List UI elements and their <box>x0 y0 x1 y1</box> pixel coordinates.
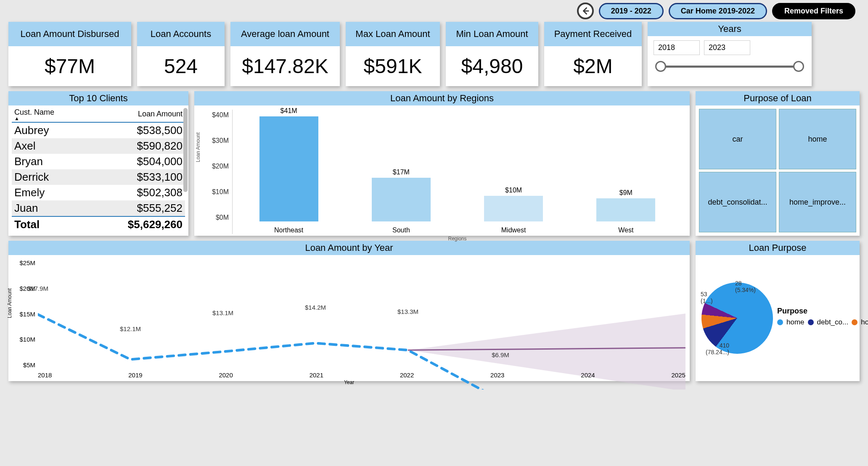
filter-pill-carhome[interactable]: Car Home 2019-2022 <box>669 3 767 19</box>
bar-column[interactable]: $41M <box>257 107 320 221</box>
legend-swatch <box>852 319 857 325</box>
bar-label: $41M <box>281 107 297 115</box>
y-axis-label: Loan Amount <box>195 132 201 162</box>
yearchart-panel: Loan Amount by Year Loan Amount $25M$20M… <box>8 241 690 381</box>
x-tick: West <box>594 226 657 234</box>
bar-label: $17M <box>393 168 410 176</box>
y-axis: $40M$30M$20M$10M$0M <box>202 110 232 234</box>
filter-pill-years[interactable]: 2019 - 2022 <box>599 3 664 19</box>
card-title: Max Loan Amount <box>346 22 440 46</box>
pie-label-debt: 53(1...) <box>701 291 713 304</box>
y-tick: $40M <box>202 111 229 119</box>
col-header-amount[interactable]: Loan Amount <box>86 107 185 122</box>
y-tick: $30M <box>202 137 229 145</box>
bar <box>484 196 543 221</box>
cell-name: Aubrey <box>12 122 86 138</box>
slider-knob-end[interactable] <box>793 61 804 72</box>
card-value: $2M <box>544 46 642 86</box>
x-tick: 2019 <box>128 371 142 379</box>
data-label: $13.3M <box>397 308 418 315</box>
purpose-panel: Purpose of Loan car home debt_consolidat… <box>696 91 860 236</box>
bar-column[interactable]: $10M <box>482 187 545 221</box>
data-label: $14.2M <box>305 303 326 311</box>
arrow-left-icon <box>581 6 590 16</box>
back-button[interactable] <box>577 3 594 19</box>
cell-name: Emely <box>12 185 86 200</box>
x-tick: 2023 <box>490 371 504 379</box>
year-to-input[interactable] <box>704 40 750 55</box>
x-tick: South <box>370 226 433 234</box>
y-axis-label: Loan Amount <box>7 288 13 318</box>
line-plot[interactable]: Loan Amount $25M$20M$15M$10M$5M $17.9M$1… <box>8 255 690 381</box>
card-title: Loan Amount Disbursed <box>8 22 131 46</box>
purpose-tile-debt[interactable]: debt_consolidat... <box>699 172 776 232</box>
slider-knob-start[interactable] <box>655 61 666 72</box>
cell-amount: $533,100 <box>86 169 185 185</box>
cell-amount: $590,820 <box>86 138 185 154</box>
legend-label: home_i... <box>861 318 868 326</box>
card-value: $4,980 <box>446 46 538 86</box>
y-tick: $5M <box>13 361 35 369</box>
x-tick: 2021 <box>310 371 323 379</box>
legend-item[interactable]: debt_co... <box>808 318 849 326</box>
cell-amount: $538,500 <box>86 122 185 138</box>
x-axis-label: Regions <box>448 236 466 242</box>
purpose-tile-home[interactable]: home <box>779 109 856 169</box>
pie-legend: Purpose homedebt_co...home_i...car <box>777 307 868 330</box>
purpose-tile-homeimp[interactable]: home_improve... <box>779 172 856 232</box>
card-accounts: Loan Accounts 524 <box>137 22 225 86</box>
pie-label-car: 28(5.34%) <box>735 280 756 293</box>
data-label: $6.9M <box>492 351 509 358</box>
cell-amount: $555,252 <box>86 200 185 216</box>
table-row[interactable]: Bryan$504,000 <box>12 154 185 169</box>
table-row[interactable]: Emely$502,308 <box>12 185 185 200</box>
x-tick: 2022 <box>400 371 414 379</box>
card-title: Min Loan Amount <box>446 22 538 46</box>
table-row[interactable]: Derrick$533,100 <box>12 169 185 185</box>
table-row[interactable]: Axel$590,820 <box>12 138 185 154</box>
legend-item[interactable]: home <box>777 318 804 326</box>
legend-swatch <box>777 319 783 325</box>
table-row[interactable]: Juan$555,252 <box>12 200 185 216</box>
y-tick: $25M <box>13 259 35 266</box>
legend-item[interactable]: home_i... <box>852 318 868 326</box>
panel-title: Loan Amount by Year <box>8 241 690 255</box>
x-tick: Midwest <box>482 226 545 234</box>
table-row[interactable]: Aubrey$538,500 <box>12 122 185 138</box>
bar-column[interactable]: $17M <box>370 168 433 221</box>
slider-track <box>657 66 802 68</box>
y-tick: $15M <box>13 311 35 318</box>
total-label: Total <box>12 216 86 232</box>
col-header-name[interactable]: Cust. Name▲ <box>12 107 86 122</box>
bar-label: $10M <box>505 187 522 194</box>
panel-title: Loan Purpose <box>696 241 860 255</box>
card-max: Max Loan Amount $591K <box>346 22 440 86</box>
regions-panel: Loan Amount by Regions Loan Amount $40M$… <box>194 91 690 236</box>
pie-chart[interactable]: 410(78.24...) 53(1...) 28(5.34%) <box>701 282 773 354</box>
bar-column[interactable]: $9M <box>594 189 657 221</box>
data-label: $12.1M <box>120 325 141 332</box>
x-tick: 2024 <box>581 371 595 379</box>
cell-amount: $504,000 <box>86 154 185 169</box>
y-tick: $0M <box>202 214 229 221</box>
card-value: $147.82K <box>230 46 340 86</box>
scrollbar[interactable] <box>183 108 188 192</box>
x-axis: NortheastSouthMidwestWest <box>233 226 682 234</box>
filter-pill-removed[interactable]: Removed Filters <box>772 3 855 19</box>
bar <box>259 116 318 221</box>
clients-panel: Top 10 Clients Cust. Name▲ Loan Amount A… <box>8 91 188 236</box>
cell-name: Derrick <box>12 169 86 185</box>
panel-title: Loan Amount by Regions <box>194 91 690 105</box>
y-tick: $10M <box>202 188 229 196</box>
bar-plot[interactable]: $41M$17M$10M$9M NortheastSouthMidwestWes… <box>232 110 682 234</box>
sort-asc-icon: ▲ <box>14 117 84 120</box>
x-tick: 2025 <box>672 371 685 379</box>
card-title: Payment Received <box>544 22 642 46</box>
y-tick: $20M <box>202 163 229 170</box>
panel-title: Top 10 Clients <box>8 91 188 105</box>
year-from-input[interactable] <box>654 40 700 55</box>
pie-panel: Loan Purpose 410(78.24...) 53(1...) 28(5… <box>696 241 860 381</box>
purpose-tile-car[interactable]: car <box>699 109 776 169</box>
card-value: 524 <box>137 46 225 86</box>
year-slider[interactable] <box>657 61 802 72</box>
